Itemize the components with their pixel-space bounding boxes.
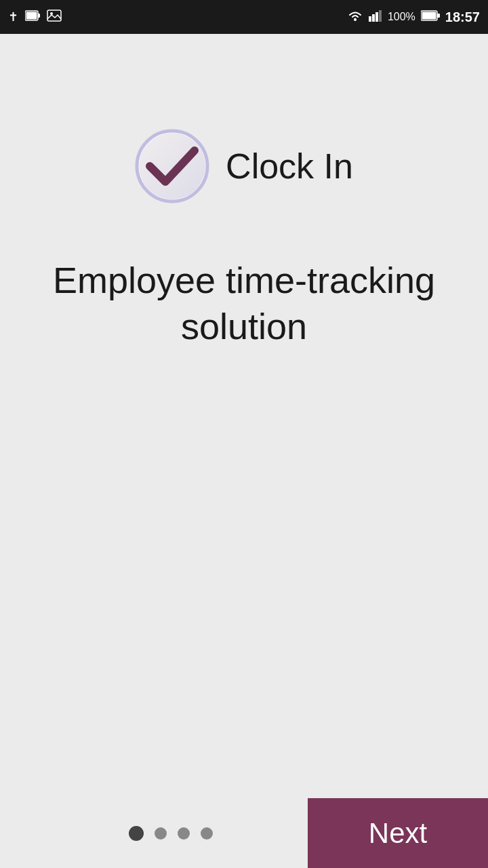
signal-icon bbox=[369, 9, 382, 25]
battery-icon bbox=[421, 10, 440, 24]
app-tagline: Employee time-tracking solution bbox=[0, 258, 488, 349]
dot-3 bbox=[178, 827, 190, 840]
next-button[interactable]: Next bbox=[308, 798, 488, 868]
usb-icon: ✝ bbox=[8, 9, 18, 24]
app-header: Clock In bbox=[135, 129, 353, 203]
dot-1 bbox=[129, 826, 144, 841]
status-bar: ✝ bbox=[0, 0, 488, 34]
svg-rect-12 bbox=[437, 14, 440, 18]
svg-rect-8 bbox=[375, 12, 378, 22]
status-bar-left: ✝ bbox=[8, 9, 62, 25]
dot-4 bbox=[201, 827, 213, 840]
main-content: Clock In Employee time-tracking solution… bbox=[0, 34, 488, 868]
svg-rect-2 bbox=[38, 14, 40, 18]
pagination-dots bbox=[0, 826, 308, 841]
bottom-area: Next bbox=[0, 798, 488, 868]
app-logo bbox=[135, 129, 209, 203]
next-button-label: Next bbox=[369, 817, 427, 850]
wifi-icon bbox=[347, 9, 363, 25]
svg-point-5 bbox=[354, 18, 357, 21]
battery-100-icon bbox=[25, 9, 40, 25]
status-bar-right: 100% 18:57 bbox=[347, 9, 480, 25]
svg-rect-1 bbox=[26, 12, 37, 19]
svg-rect-3 bbox=[47, 10, 61, 21]
svg-rect-11 bbox=[422, 12, 436, 19]
svg-rect-7 bbox=[372, 14, 375, 22]
app-title: Clock In bbox=[226, 146, 353, 186]
status-time: 18:57 bbox=[445, 9, 480, 25]
dot-2 bbox=[155, 827, 167, 840]
image-icon bbox=[47, 9, 62, 25]
svg-rect-6 bbox=[369, 16, 371, 22]
svg-rect-9 bbox=[379, 10, 382, 22]
battery-percent: 100% bbox=[388, 11, 415, 23]
